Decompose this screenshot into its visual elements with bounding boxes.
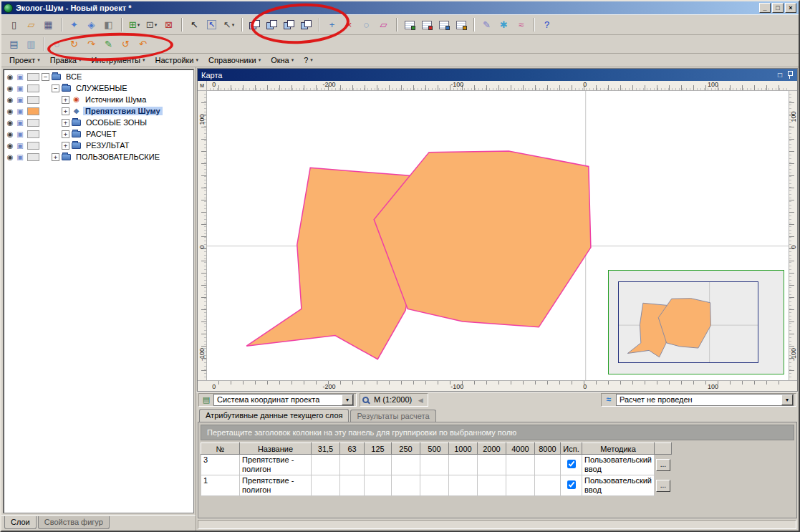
cell-num[interactable]: 1 (201, 475, 240, 496)
table-add-row-icon[interactable] (401, 17, 418, 33)
used-checkbox[interactable] (567, 460, 576, 468)
table-refresh-icon[interactable] (435, 17, 452, 33)
tree-item-raschet[interactable]: ◉▣+РАСЧЕТ (5, 128, 193, 140)
column-header-Методика[interactable]: Методика (582, 443, 655, 455)
cell-freq-125[interactable] (365, 475, 392, 496)
layer-color-swatch[interactable] (27, 107, 39, 115)
horizontal-scrollbar[interactable] (198, 520, 796, 529)
layer-3d-icon[interactable]: ▣ (15, 142, 25, 150)
layer-3d-icon[interactable]: ▣ (15, 84, 25, 92)
column-header-125[interactable]: 125 (365, 443, 392, 455)
cell-name[interactable]: Препятствие - полигон (240, 475, 312, 496)
coord-system-dropdown-icon[interactable] (342, 395, 353, 405)
visibility-eye-icon[interactable]: ◉ (5, 130, 15, 138)
arc-tool-icon[interactable]: ↷ (83, 37, 100, 52)
overview-minimap[interactable] (608, 270, 784, 374)
calc-status-dropdown-icon[interactable] (781, 395, 793, 405)
tab-layers[interactable]: Слои (4, 516, 37, 529)
cell-freq-4000[interactable] (506, 455, 535, 475)
send-backward-icon[interactable] (298, 17, 314, 33)
print-preview-icon[interactable]: ▥ (23, 37, 39, 52)
cell-freq-8000[interactable] (535, 475, 561, 496)
delete-object-icon[interactable]: ⊠ (160, 17, 177, 33)
noise-profile-icon[interactable]: ≈ (513, 17, 529, 33)
map-frame-icon[interactable]: ◧ (100, 17, 117, 33)
arc-tool-2-icon[interactable]: ↶ (135, 37, 151, 52)
cell-freq-4000[interactable] (506, 475, 535, 496)
polygon-draw-icon[interactable]: ▱ (375, 17, 392, 33)
tree-item-polzovatelskie[interactable]: ◉▣+ПОЛЬЗОВАТЕЛЬСКИЕ (5, 151, 193, 163)
menu-references[interactable]: Справочники▾ (203, 54, 266, 66)
tree-item-rezultat[interactable]: ◉▣+РЕЗУЛЬТАТ (5, 140, 193, 151)
node-select-tool-icon[interactable]: ↖ (203, 17, 220, 33)
polygon-select-icon[interactable]: ◌ (49, 37, 65, 52)
rotate-ccw-icon[interactable]: ↺ (117, 37, 134, 52)
move-vertex-icon[interactable]: + (324, 17, 340, 33)
column-header-1000[interactable]: 1000 (449, 443, 478, 455)
select-tool-icon[interactable]: ↖ (186, 17, 203, 33)
layer-3d-icon[interactable]: ▣ (15, 119, 25, 127)
draw-settings-icon[interactable]: ✎ (478, 17, 495, 33)
cell-freq-2000[interactable] (478, 455, 506, 475)
visibility-eye-icon[interactable]: ◉ (5, 107, 15, 115)
tree-item-istochniki-shuma[interactable]: ◉▣+◉Источники Шума (5, 94, 193, 105)
column-header-Исп.[interactable]: Исп. (561, 443, 582, 455)
cell-freq-500[interactable] (420, 475, 449, 496)
send-to-back-icon[interactable] (264, 17, 280, 33)
collapse-icon[interactable]: − (52, 84, 59, 92)
expand-icon[interactable]: + (62, 107, 69, 115)
cell-freq-63[interactable] (340, 455, 365, 475)
layer-3d-icon[interactable]: ▣ (15, 107, 25, 115)
export-image-icon[interactable]: ✦ (66, 17, 82, 33)
menu-tools[interactable]: Инструменты▾ (86, 54, 150, 66)
cell-name[interactable]: Препятствие - полигон (240, 455, 312, 475)
table-sum-icon[interactable] (453, 17, 469, 33)
column-header-more[interactable] (654, 443, 671, 455)
layer-color-swatch[interactable] (27, 96, 39, 104)
column-header-№[interactable]: № (201, 443, 240, 455)
column-header-4000[interactable]: 4000 (506, 443, 535, 455)
visibility-eye-icon[interactable]: ◉ (5, 142, 15, 150)
cell-num[interactable]: 3 (201, 455, 240, 475)
visibility-eye-icon[interactable]: ◉ (5, 153, 15, 161)
new-project-icon[interactable]: ▯ (6, 17, 22, 33)
cell-freq-1000[interactable] (449, 455, 478, 475)
layer-color-swatch[interactable] (27, 84, 39, 92)
column-header-63[interactable]: 63 (340, 443, 365, 455)
print-icon[interactable]: ▤ (6, 37, 22, 52)
maximize-button[interactable]: □ (772, 3, 784, 13)
expand-icon[interactable]: + (62, 130, 69, 138)
tab-calc-results[interactable]: Результаты расчета (350, 410, 435, 422)
delete-selection-icon[interactable]: × (341, 17, 357, 33)
cell-freq-500[interactable] (420, 455, 449, 475)
layer-3d-icon[interactable]: ▣ (15, 96, 25, 104)
visibility-eye-icon[interactable]: ◉ (5, 84, 15, 92)
lasso-select-icon[interactable]: ◌ (358, 17, 375, 33)
map-restore-icon[interactable]: □ (778, 72, 782, 79)
column-header-8000[interactable]: 8000 (535, 443, 561, 455)
cell-freq-8000[interactable] (535, 455, 561, 475)
close-button[interactable]: × (785, 3, 796, 13)
layer-3d-icon[interactable]: ▣ (15, 73, 25, 81)
column-header-31,5[interactable]: 31,5 (312, 443, 340, 455)
tab-shape-properties[interactable]: Свойства фигур (38, 516, 110, 529)
rotate-cw-icon[interactable]: ↻ (66, 37, 82, 52)
tree-item-sluzhebnye[interactable]: ◉▣−СЛУЖЕБНЫЕ (5, 82, 193, 94)
bring-to-front-icon[interactable] (246, 17, 263, 33)
more-button[interactable]: ... (656, 480, 670, 492)
visibility-eye-icon[interactable]: ◉ (5, 119, 15, 127)
layer-color-swatch[interactable] (27, 142, 39, 150)
cell-freq-250[interactable] (392, 475, 420, 496)
layer-color-swatch[interactable] (27, 153, 39, 161)
cell-method[interactable]: Пользовательский ввод (582, 455, 655, 475)
tree-item-prepyatstviya-shumu[interactable]: ◉▣+◆Препятствия Шуму (5, 105, 193, 117)
title-bar[interactable]: Эколог-Шум - Новый проект * _ □ × (1, 1, 799, 14)
map-canvas[interactable] (207, 91, 789, 380)
layer-color-swatch[interactable] (27, 119, 39, 127)
coord-system-select[interactable]: Система координат проекта (213, 394, 354, 406)
style-palette-icon[interactable]: ✱ (496, 17, 512, 33)
collapse-icon[interactable]: − (42, 73, 49, 81)
cell-freq-2000[interactable] (478, 475, 506, 496)
area-select-tool-icon[interactable]: ↖▾ (221, 17, 237, 33)
bring-forward-icon[interactable] (281, 17, 297, 33)
